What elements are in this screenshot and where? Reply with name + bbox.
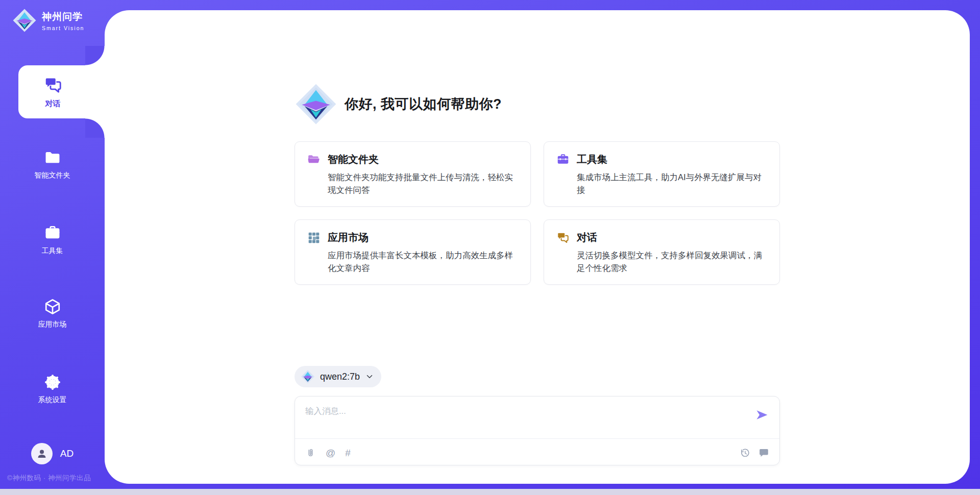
chat-bubbles-icon — [556, 231, 570, 244]
mention-button[interactable]: @ — [326, 448, 335, 458]
model-name: qwen2:7b — [320, 372, 360, 382]
card-header: 应用市场 — [307, 231, 518, 244]
app-background: 神州问学 Smart Vision 对话 智能文件夹 工具集 应用市场 系统设置 — [0, 0, 980, 489]
gear-icon — [44, 374, 61, 391]
briefcase-icon — [556, 153, 570, 166]
card-title: 对话 — [577, 231, 597, 244]
sidebar: 神州问学 Smart Vision 对话 智能文件夹 工具集 应用市场 系统设置 — [0, 0, 105, 489]
avatar — [31, 443, 53, 464]
hashtag-button[interactable]: # — [345, 448, 351, 458]
copyright-footer: ©神州数码 · 神州问学出品 — [7, 474, 91, 483]
send-button[interactable] — [755, 408, 769, 422]
brand-diamond-logo — [12, 8, 37, 33]
sidebar-item-label: 应用市场 — [38, 320, 67, 329]
card-description: 应用市场提供丰富长文本模板，助力高效生成多样化文章内容 — [328, 249, 518, 275]
sidebar-item-chat[interactable]: 对话 — [18, 65, 105, 118]
card-description: 集成市场上主流工具，助力AI与外界无缝扩展与对接 — [577, 171, 767, 196]
send-icon — [755, 408, 769, 422]
card-title: 智能文件夹 — [328, 153, 379, 166]
paperclip-icon — [305, 448, 316, 458]
main-content: 你好, 我可以如何帮助你? 智能文件夹 智能文件夹功能支持批量文件上传与清洗，轻… — [295, 10, 780, 465]
user-initials: AD — [60, 448, 74, 459]
briefcase-icon — [44, 225, 61, 242]
sidebar-item-toolset[interactable]: 工具集 — [0, 225, 105, 256]
message-input[interactable] — [295, 397, 779, 436]
card-smart-folder[interactable]: 智能文件夹 智能文件夹功能支持批量文件上传与清洗，轻松实现文件问答 — [295, 141, 531, 207]
card-header: 对话 — [556, 231, 767, 244]
window-bottom-strip — [0, 489, 980, 495]
sidebar-item-label: 系统设置 — [38, 395, 67, 405]
folder-icon — [44, 149, 61, 166]
model-selector[interactable]: qwen2:7b — [295, 366, 381, 387]
message-composer: @ # — [295, 396, 780, 465]
card-header: 智能文件夹 — [307, 153, 518, 166]
composer-toolbar: @ # — [295, 439, 779, 467]
chat-bubbles-icon — [43, 76, 63, 95]
sidebar-item-label: 智能文件夹 — [35, 171, 70, 180]
sidebar-item-label: 对话 — [45, 99, 61, 109]
card-chat[interactable]: 对话 灵活切换多模型文件，支持多样回复效果调试，满足个性化需求 — [544, 219, 780, 285]
greeting-text: 你好, 我可以如何帮助你? — [345, 95, 502, 113]
brand: 神州问学 Smart Vision — [12, 8, 84, 33]
card-description: 灵活切换多模型文件，支持多样回复效果调试，满足个性化需求 — [577, 249, 767, 275]
card-description: 智能文件夹功能支持批量文件上传与清洗，轻松实现文件问答 — [328, 171, 518, 196]
sidebar-item-settings[interactable]: 系统设置 — [0, 374, 105, 405]
folder-open-icon — [307, 153, 321, 166]
sidebar-item-label: 工具集 — [42, 246, 63, 256]
person-icon — [36, 448, 48, 460]
card-header: 工具集 — [556, 153, 767, 166]
sidebar-item-app-market[interactable]: 应用市场 — [0, 298, 105, 329]
card-app-market[interactable]: 应用市场 应用市场提供丰富长文本模板，助力高效生成多样化文章内容 — [295, 219, 531, 285]
composer-toolbar-right — [740, 448, 769, 458]
card-title: 应用市场 — [328, 231, 369, 244]
attach-file-button[interactable] — [305, 448, 316, 458]
cube-icon — [44, 298, 61, 315]
new-chat-button[interactable] — [758, 448, 769, 458]
history-icon — [740, 448, 750, 458]
card-title: 工具集 — [577, 153, 607, 166]
chat-square-icon — [758, 448, 769, 458]
brand-subtitle: Smart Vision — [42, 25, 84, 31]
greeting: 你好, 我可以如何帮助你? — [295, 83, 780, 126]
history-button[interactable] — [740, 448, 750, 458]
brand-diamond-logo — [301, 369, 315, 384]
chevron-down-icon — [365, 372, 374, 381]
brand-diamond-logo — [295, 83, 337, 126]
user-account[interactable]: AD — [0, 443, 105, 464]
card-toolset[interactable]: 工具集 集成市场上主流工具，助力AI与外界无缝扩展与对接 — [544, 141, 780, 207]
grid-icon — [307, 231, 321, 244]
main-panel: 你好, 我可以如何帮助你? 智能文件夹 智能文件夹功能支持批量文件上传与清洗，轻… — [105, 10, 970, 484]
sidebar-item-smart-folder[interactable]: 智能文件夹 — [0, 149, 105, 180]
feature-cards: 智能文件夹 智能文件夹功能支持批量文件上传与清洗，轻松实现文件问答 工具集 集成… — [295, 141, 780, 285]
brand-name: 神州问学 — [42, 10, 84, 23]
